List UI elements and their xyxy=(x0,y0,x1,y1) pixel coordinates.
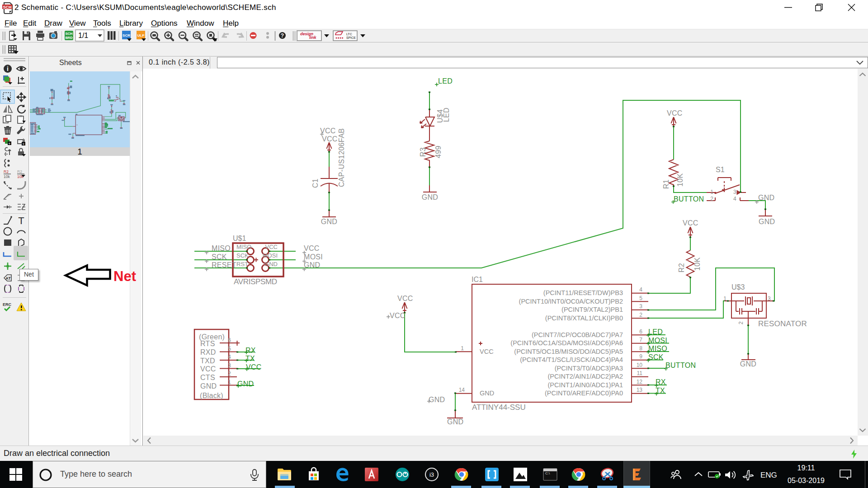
svg-text:RESONATOR: RESONATOR xyxy=(758,319,807,328)
svg-text:GND: GND xyxy=(740,360,756,368)
svg-text:SCK: SCK xyxy=(212,253,227,261)
svg-text:GND: GND xyxy=(480,389,494,397)
svg-text:2: 2 xyxy=(228,371,231,377)
svg-text:(PCINT7/ICP/OC0B/ADC7)PA7: (PCINT7/ICP/OC0B/ADC7)PA7 xyxy=(532,331,623,338)
svg-text:1: 1 xyxy=(461,345,464,352)
svg-text:3: 3 xyxy=(768,296,771,302)
svg-text:VCC: VCC xyxy=(322,135,338,143)
svg-text:GND: GND xyxy=(429,396,445,404)
svg-text:SCH: SCH xyxy=(66,32,73,36)
svg-text:(PCINT5/OC1B/MISO/DO/ADC5)PA5: (PCINT5/OC1B/MISO/DO/ADC5)PA5 xyxy=(514,348,623,355)
svg-text:LED: LED xyxy=(648,328,663,336)
svg-text:MISO: MISO xyxy=(212,244,231,252)
svg-text:RX: RX xyxy=(245,347,256,354)
svg-text:3: 3 xyxy=(639,303,642,310)
svg-text:VCC: VCC xyxy=(265,244,278,250)
svg-text:10k: 10k xyxy=(4,174,10,179)
svg-text:link: link xyxy=(309,35,316,40)
svg-text:R2: R2 xyxy=(17,169,22,174)
svg-text:AT: AT xyxy=(5,276,11,281)
svg-text:GND: GND xyxy=(200,382,217,390)
svg-text:S1: S1 xyxy=(716,166,725,174)
svg-text:GND: GND xyxy=(264,261,278,267)
svg-text:+: + xyxy=(22,142,24,146)
svg-text:i: i xyxy=(7,65,9,72)
svg-text:10: 10 xyxy=(637,362,643,368)
svg-text:CAP-US1206FAB: CAP-US1206FAB xyxy=(338,128,345,187)
svg-text:11: 11 xyxy=(637,370,643,376)
svg-text:U$3: U$3 xyxy=(731,283,745,291)
svg-text:RXD: RXD xyxy=(200,348,216,356)
svg-text:GND: GND xyxy=(422,193,438,201)
svg-text:RESET: RESET xyxy=(212,261,236,269)
svg-text:TXD: TXD xyxy=(200,357,215,365)
svg-text:(PCINT11/RESET/DW)PB3: (PCINT11/RESET/DW)PB3 xyxy=(543,289,623,296)
svg-text:TX: TX xyxy=(656,387,665,394)
svg-text:LED: LED xyxy=(438,77,453,85)
svg-text:RST: RST xyxy=(236,261,248,267)
svg-text:(PCINT6/OC1A/SDA/MOSI/ADC6)PA6: (PCINT6/OC1A/SDA/MOSI/ADC6)PA6 xyxy=(510,339,623,347)
svg-text:1: 1 xyxy=(228,379,231,385)
svg-text:9: 9 xyxy=(639,353,642,360)
svg-text:2: 2 xyxy=(738,321,744,324)
svg-text:4: 4 xyxy=(639,286,642,293)
svg-text:SCH: SCH xyxy=(3,5,11,9)
svg-text:?: ? xyxy=(281,33,284,39)
svg-text:14: 14 xyxy=(459,387,465,393)
svg-text:(PCINT4/T1/SCL/USCK/ADC4)PA4: (PCINT4/T1/SCL/USCK/ADC4)PA4 xyxy=(520,356,623,363)
svg-text:(PCINT2/AIN1/ADC2)PA2: (PCINT2/AIN1/ADC2)PA2 xyxy=(547,373,623,380)
svg-text:1: 1 xyxy=(710,189,713,195)
svg-text:R2: R2 xyxy=(678,263,685,272)
svg-text:GND: GND xyxy=(237,380,254,388)
svg-text:IC1: IC1 xyxy=(472,276,483,283)
svg-text:RX: RX xyxy=(656,378,666,386)
svg-text:MOSI: MOSI xyxy=(304,253,323,261)
svg-text:VCC: VCC xyxy=(320,127,336,135)
svg-text:3: 3 xyxy=(228,362,231,369)
svg-text:VCC: VCC xyxy=(480,348,494,355)
svg-text:MISO: MISO xyxy=(236,244,251,250)
svg-text:SCK: SCK xyxy=(648,353,664,361)
svg-text:GND: GND xyxy=(758,194,774,202)
svg-text:ATTINY44-SSU: ATTINY44-SSU xyxy=(472,403,526,412)
svg-text:MOSI: MOSI xyxy=(648,337,667,344)
svg-text:VCC: VCC xyxy=(304,244,320,252)
svg-text:499: 499 xyxy=(434,145,442,158)
svg-text:(PCINT3/T0/ADC3)PA3: (PCINT3/T0/ADC3)PA3 xyxy=(555,365,623,372)
svg-text:RTS: RTS xyxy=(200,340,215,347)
svg-text:7: 7 xyxy=(639,337,642,343)
svg-text:1: 1 xyxy=(723,296,726,302)
svg-text:LED: LED xyxy=(443,108,450,122)
svg-text:SCK: SCK xyxy=(236,252,249,259)
svg-text:SCR: SCR xyxy=(123,33,130,38)
svg-text:C1: C1 xyxy=(311,178,319,188)
svg-text:GND: GND xyxy=(759,218,775,225)
svg-text:6: 6 xyxy=(639,328,642,335)
svg-text:4: 4 xyxy=(733,196,736,202)
svg-text:BUTTON: BUTTON xyxy=(674,195,704,203)
svg-text:GND: GND xyxy=(304,261,320,269)
svg-text:VCC: VCC xyxy=(246,363,262,371)
svg-text:(PCINT1/AIN0/ADC1)PA1: (PCINT1/AIN0/ADC1)PA1 xyxy=(547,381,623,389)
svg-text:2: 2 xyxy=(639,312,642,318)
svg-text:10K: 10K xyxy=(676,174,684,187)
svg-text:12: 12 xyxy=(637,379,643,385)
svg-text:VCC: VCC xyxy=(390,312,406,319)
svg-text:8: 8 xyxy=(639,345,642,352)
svg-text:(PCINT10/INT0/OC0A/CKOUT)PB2: (PCINT10/INT0/OC0A/CKOUT)PB2 xyxy=(519,298,623,305)
svg-text:TX: TX xyxy=(245,355,255,362)
svg-text:U$1: U$1 xyxy=(233,235,246,242)
svg-text:i3: i3 xyxy=(429,471,434,478)
svg-text:(PCINT8/XTAL1/CLKI)PB0: (PCINT8/XTAL1/CLKI)PB0 xyxy=(545,314,623,322)
svg-text:+: + xyxy=(8,141,10,146)
svg-text:VCC: VCC xyxy=(397,295,413,302)
svg-text:Net: Net xyxy=(113,268,136,284)
svg-text:R3: R3 xyxy=(419,147,427,157)
svg-text:2: 2 xyxy=(710,196,713,202)
svg-text:ERC: ERC xyxy=(3,302,12,307)
svg-text:13: 13 xyxy=(637,387,643,393)
svg-text:1/1: 1/1 xyxy=(78,32,88,39)
svg-text:10K: 10K xyxy=(693,258,701,271)
svg-text:VCC: VCC xyxy=(683,219,698,227)
svg-text:6: 6 xyxy=(228,337,231,343)
